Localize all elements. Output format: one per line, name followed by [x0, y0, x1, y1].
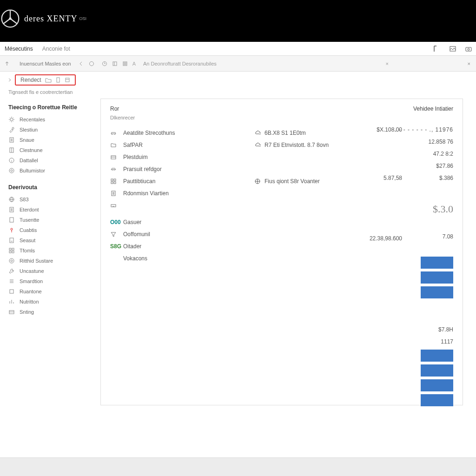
- sidebar-item-label: Bultumistor: [20, 168, 45, 173]
- sidebar-section-1-title: Tieecing o Rorettue Reitle: [8, 104, 100, 111]
- value-0: . - - - - - - - ., 11976: [395, 124, 453, 136]
- menu-tab-0[interactable]: Mésecutins: [0, 42, 38, 55]
- row-label: Plestduim: [123, 154, 148, 160]
- info-icon: [8, 157, 15, 164]
- bar-line: [421, 379, 453, 391]
- sidebar-item-8[interactable]: Smardtion: [8, 276, 100, 286]
- sidebar: Tieecing o Rorettue Reitle RecentalesSle…: [0, 99, 100, 405]
- panel-icon[interactable]: [112, 61, 118, 66]
- box-icon: [8, 288, 15, 295]
- sidebar-item-label: Smardtion: [20, 278, 43, 284]
- value-5: [395, 185, 453, 197]
- card-icon: [110, 154, 119, 160]
- value-4: $.386: [395, 172, 453, 185]
- svg-rect-23: [9, 248, 11, 250]
- sidebar-item-5[interactable]: Tfomls: [8, 245, 100, 256]
- tab-close-icon[interactable]: ×: [386, 61, 389, 66]
- menu-tab-1[interactable]: Anconie fot: [38, 42, 75, 55]
- svg-point-11: [10, 118, 13, 121]
- brand-logo-icon: [0, 8, 20, 29]
- card-title-right: Vehidee Intiatier: [413, 106, 453, 112]
- svg-rect-33: [114, 179, 116, 181]
- sidebar-item-2[interactable]: Tusentte: [8, 215, 100, 225]
- list-icon[interactable]: [122, 61, 128, 66]
- svg-rect-10: [66, 78, 69, 82]
- sidebar-item-1[interactable]: Slestiun: [8, 125, 100, 135]
- sidebar-item-4[interactable]: Seasut: [8, 235, 100, 245]
- car2-icon: [110, 166, 119, 172]
- sidebar-item-3[interactable]: Cuabtis: [8, 225, 100, 235]
- card-title-left: Ror: [110, 106, 119, 112]
- doc-icon: [110, 190, 119, 197]
- car-icon: [110, 130, 119, 136]
- sidebar-item-11[interactable]: Snting: [8, 307, 100, 317]
- layout-icon[interactable]: [433, 45, 441, 53]
- grid-icon: [110, 178, 119, 185]
- cloud-icon: [254, 130, 261, 136]
- gear-icon: [8, 116, 15, 123]
- back-icon[interactable]: [79, 61, 84, 66]
- camera-icon[interactable]: [465, 45, 472, 53]
- svg-rect-25: [9, 251, 11, 253]
- selection-label: Rendect: [20, 77, 41, 83]
- svg-rect-22: [10, 238, 13, 243]
- sidebar-item-label: Uncastune: [20, 268, 44, 274]
- bar-line: [421, 394, 453, 406]
- clock-icon[interactable]: [102, 61, 107, 66]
- svg-point-28: [11, 260, 13, 262]
- svg-rect-3: [466, 47, 471, 51]
- pin-icon: [8, 227, 15, 233]
- svg-rect-32: [111, 179, 113, 181]
- row-code: S8G: [110, 243, 123, 250]
- sidebar-item-0[interactable]: S83: [8, 194, 100, 205]
- svg-point-1: [9, 17, 12, 20]
- row-label: Prarsuit refdgor: [123, 166, 162, 172]
- row-mid-label: Fius qiont S8r Voanter: [264, 178, 320, 185]
- file-icon: [8, 237, 15, 244]
- sidebar-item-3[interactable]: Clestnune: [8, 145, 100, 155]
- arrow-up-icon[interactable]: [5, 61, 9, 66]
- detail-card: Ror Vehidee Intiatier Dlkenrecer Aeatdit…: [100, 99, 463, 405]
- row-mid-label: 6B.X8 S1 1E0tm: [264, 130, 306, 136]
- sidebar-item-label: Nutritton: [20, 299, 39, 304]
- sidebar-item-1[interactable]: Eterdont: [8, 205, 100, 215]
- svg-rect-34: [111, 182, 113, 184]
- sidebar-item-6[interactable]: Ritthid Sustare: [8, 256, 100, 266]
- page-icon: [8, 217, 15, 223]
- svg-point-17: [9, 168, 14, 173]
- sidebar-item-label: Dattallel: [20, 158, 38, 163]
- sidebar-item-4[interactable]: Dattallel: [8, 155, 100, 165]
- sidebar-item-7[interactable]: Uncastune: [8, 266, 100, 276]
- svg-rect-24: [12, 248, 14, 250]
- cloud-icon: [254, 142, 261, 148]
- sidebar-item-label: Eterdont: [20, 207, 39, 212]
- big-value: $.3.0: [395, 197, 453, 219]
- sidebar-item-label: Clestnune: [20, 147, 43, 153]
- sidebar-item-label: Ruantone: [20, 289, 42, 294]
- kbd-icon: [110, 202, 119, 209]
- chevron-icon[interactable]: [7, 78, 12, 82]
- circle-icon[interactable]: [89, 61, 94, 66]
- sidebar-item-5[interactable]: Bultumistor: [8, 165, 100, 176]
- card-subtitle: Dlkenrecer: [110, 115, 453, 120]
- svg-point-12: [12, 127, 14, 129]
- sidebar-item-label: Snaue: [20, 137, 34, 143]
- sidebar-item-10[interactable]: Nutritton: [8, 297, 100, 307]
- globe-icon: [254, 178, 261, 185]
- caption-text: Tignsedt fis e cootrerctertian: [0, 88, 476, 99]
- brand-subtitle: OSI: [79, 16, 86, 21]
- value-11: 1117: [395, 336, 453, 348]
- chart-icon: [8, 298, 15, 305]
- sidebar-item-9[interactable]: Ruantone: [8, 286, 100, 297]
- image-icon[interactable]: [449, 45, 456, 53]
- sidebar-item-2[interactable]: Snaue: [8, 135, 100, 145]
- tab-icon: [45, 77, 52, 83]
- sidebar-item-0[interactable]: Recentales: [8, 114, 100, 125]
- bar-line: [421, 257, 453, 269]
- svg-point-27: [9, 258, 14, 263]
- svg-rect-20: [10, 218, 13, 222]
- toolbar-close-icon[interactable]: ×: [468, 61, 470, 66]
- value-3: $27.86: [395, 160, 453, 172]
- sidebar-item-label: S83: [20, 197, 29, 202]
- selection-highlight[interactable]: Rendect: [15, 74, 76, 86]
